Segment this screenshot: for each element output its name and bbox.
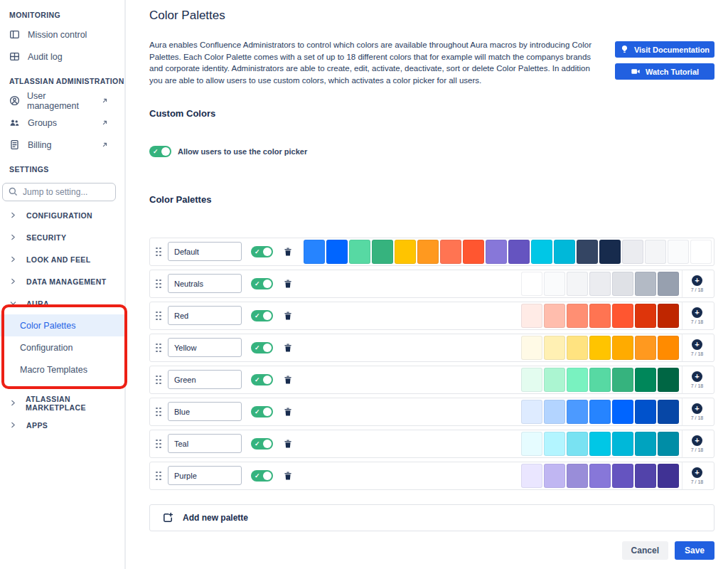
palette-enabled-toggle[interactable]: ✓	[251, 406, 273, 418]
drag-handle-icon[interactable]	[156, 408, 161, 416]
color-swatch[interactable]	[658, 336, 679, 360]
drag-handle-icon[interactable]	[156, 440, 161, 448]
add-color-button[interactable]: +7 / 18	[682, 302, 712, 329]
color-swatch[interactable]	[612, 368, 633, 392]
sidebar-item-color-palettes[interactable]: Color Palettes	[0, 314, 124, 336]
trash-icon[interactable]	[283, 279, 293, 289]
drag-handle-icon[interactable]	[156, 472, 161, 480]
color-swatch[interactable]	[612, 400, 633, 424]
color-swatch[interactable]	[690, 240, 712, 264]
add-color-button[interactable]: +7 / 18	[682, 430, 712, 457]
color-swatch[interactable]	[589, 400, 611, 424]
color-swatch[interactable]	[612, 272, 633, 296]
color-swatch[interactable]	[326, 240, 348, 264]
color-swatch[interactable]	[567, 400, 588, 424]
color-swatch[interactable]	[463, 240, 484, 264]
color-swatch[interactable]	[486, 240, 507, 264]
color-swatch[interactable]	[658, 272, 679, 296]
color-swatch[interactable]	[567, 336, 588, 360]
color-swatch[interactable]	[589, 336, 611, 360]
sidebar-item-user-management[interactable]: User management	[9, 90, 124, 112]
color-swatch[interactable]	[567, 432, 588, 456]
add-color-button[interactable]: +7 / 18	[682, 462, 712, 489]
color-swatch[interactable]	[589, 304, 611, 328]
color-swatch[interactable]	[612, 304, 633, 328]
color-swatch[interactable]	[521, 432, 542, 456]
sidebar-group-atlassian-marketplace[interactable]: ATLASSIAN MARKETPLACE	[9, 392, 124, 414]
color-swatch[interactable]	[544, 336, 565, 360]
color-swatch[interactable]	[521, 336, 542, 360]
color-swatch[interactable]	[417, 240, 439, 264]
color-swatch[interactable]	[567, 464, 588, 488]
color-swatch[interactable]	[599, 240, 621, 264]
color-swatch[interactable]	[544, 400, 565, 424]
palette-enabled-toggle[interactable]: ✓	[251, 438, 273, 450]
add-color-button[interactable]: +7 / 18	[682, 334, 712, 361]
palette-name-input[interactable]	[168, 434, 242, 453]
watch-tutorial-button[interactable]: Watch Tutorial	[615, 63, 714, 80]
palette-enabled-toggle[interactable]: ✓	[251, 374, 273, 385]
trash-icon[interactable]	[283, 311, 293, 321]
sidebar-group-apps[interactable]: APPS	[9, 414, 124, 436]
color-swatch[interactable]	[635, 432, 656, 456]
search-input[interactable]	[2, 183, 116, 201]
sidebar-group-aura[interactable]: AURA	[9, 292, 124, 314]
sidebar-group-data-management[interactable]: DATA MANAGEMENT	[9, 270, 124, 292]
palette-enabled-toggle[interactable]: ✓	[251, 310, 273, 321]
sidebar-group-security[interactable]: SECURITY	[9, 226, 124, 248]
sidebar-item-groups[interactable]: Groups	[9, 112, 124, 134]
add-color-button[interactable]: +7 / 18	[682, 366, 712, 393]
color-swatch[interactable]	[544, 432, 565, 456]
palette-name-input[interactable]	[168, 370, 242, 389]
palette-enabled-toggle[interactable]: ✓	[251, 342, 273, 353]
trash-icon[interactable]	[283, 375, 293, 385]
color-swatch[interactable]	[372, 240, 393, 264]
color-swatch[interactable]	[544, 272, 565, 296]
color-swatch[interactable]	[521, 368, 542, 392]
trash-icon[interactable]	[283, 439, 293, 449]
color-swatch[interactable]	[544, 368, 565, 392]
color-swatch[interactable]	[658, 464, 679, 488]
color-picker-toggle[interactable]: ✓	[149, 146, 171, 157]
cancel-button[interactable]: Cancel	[622, 541, 668, 560]
sidebar-item-macro-templates[interactable]: Macro Templates	[0, 358, 124, 381]
palette-name-input[interactable]	[168, 274, 242, 293]
color-swatch[interactable]	[589, 272, 611, 296]
color-swatch[interactable]	[612, 432, 633, 456]
color-swatch[interactable]	[635, 336, 656, 360]
color-swatch[interactable]	[349, 240, 370, 264]
drag-handle-icon[interactable]	[156, 376, 161, 384]
save-button[interactable]: Save	[675, 541, 714, 560]
color-swatch[interactable]	[589, 432, 611, 456]
color-swatch[interactable]	[589, 464, 611, 488]
color-swatch[interactable]	[645, 240, 666, 264]
color-swatch[interactable]	[395, 240, 416, 264]
drag-handle-icon[interactable]	[156, 248, 161, 256]
color-swatch[interactable]	[635, 368, 656, 392]
palette-enabled-toggle[interactable]: ✓	[251, 246, 273, 257]
color-swatch[interactable]	[521, 464, 542, 488]
color-swatch[interactable]	[635, 464, 656, 488]
drag-handle-icon[interactable]	[156, 280, 161, 288]
palette-name-input[interactable]	[168, 402, 242, 421]
color-swatch[interactable]	[567, 368, 588, 392]
color-swatch[interactable]	[658, 400, 679, 424]
palette-name-input[interactable]	[168, 242, 242, 261]
sidebar-item-mission-control[interactable]: Mission control	[9, 23, 124, 46]
add-new-palette-button[interactable]: Add new palette	[149, 504, 714, 531]
color-swatch[interactable]	[658, 368, 679, 392]
color-swatch[interactable]	[622, 240, 643, 264]
color-swatch[interactable]	[544, 464, 565, 488]
add-color-button[interactable]: +7 / 18	[682, 398, 712, 425]
sidebar-item-audit-log[interactable]: Audit log	[9, 46, 124, 68]
color-swatch[interactable]	[635, 304, 656, 328]
color-swatch[interactable]	[440, 240, 461, 264]
color-swatch[interactable]	[658, 432, 679, 456]
sidebar-item-billing[interactable]: Billing	[9, 134, 124, 156]
color-swatch[interactable]	[521, 400, 542, 424]
sidebar-group-configuration[interactable]: CONFIGURATION	[9, 204, 124, 226]
color-swatch[interactable]	[531, 240, 552, 264]
color-swatch[interactable]	[304, 240, 325, 264]
drag-handle-icon[interactable]	[156, 312, 161, 320]
color-swatch[interactable]	[612, 464, 633, 488]
